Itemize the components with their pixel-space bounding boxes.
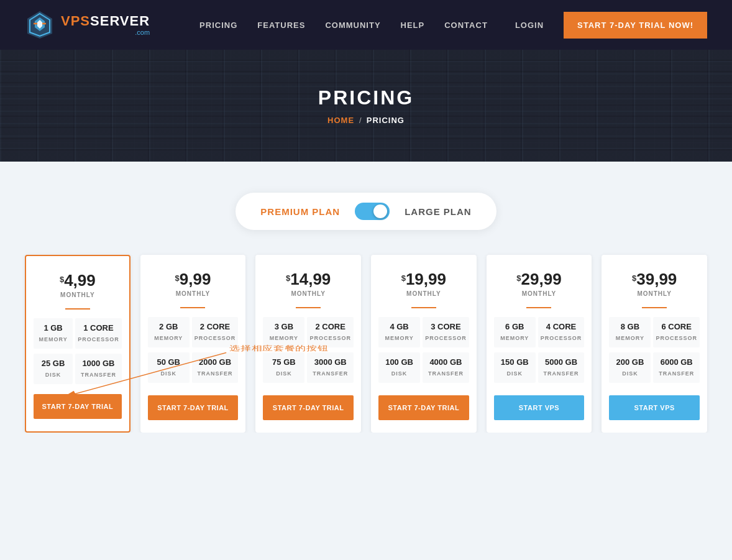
spec-item: 2000 GB TRANSFER xyxy=(192,352,239,383)
header-trial-button[interactable]: START 7-DAY TRIAL NOW! xyxy=(564,12,707,39)
spec-value: 4000 GB xyxy=(425,357,467,367)
nav-contact[interactable]: CONTACT xyxy=(444,21,488,30)
spec-item: 6 GB MEMORY xyxy=(494,317,536,347)
price-divider xyxy=(526,307,551,308)
spec-label: PROCESSOR xyxy=(309,335,351,341)
pricing-card-2: $14,99 MONTHLY 3 GB MEMORY 2 CORE PROCES… xyxy=(255,255,361,433)
breadcrumb-separator: / xyxy=(359,116,362,125)
spec-value: 6 GB xyxy=(496,322,533,331)
specs-grid: 4 GB MEMORY 3 CORE PROCESSOR 100 GB DISK… xyxy=(378,317,469,383)
spec-label: TRANSFER xyxy=(198,370,233,377)
plan-toggle-switch[interactable] xyxy=(355,203,390,220)
spec-item: 4 GB MEMORY xyxy=(378,317,420,347)
spec-item: 100 GB DISK xyxy=(378,352,420,383)
spec-label: MEMORY xyxy=(500,335,529,341)
start-trial-button-1[interactable]: START 7-DAY TRIAL xyxy=(148,395,239,420)
spec-label: TRANSFER xyxy=(544,370,579,377)
pricing-card-5: $39,99 MONTHLY 8 GB MEMORY 6 CORE PROCES… xyxy=(602,255,707,433)
spec-label: TRANSFER xyxy=(659,370,694,377)
spec-item: 4 CORE PROCESSOR xyxy=(538,317,585,347)
specs-grid: 1 GB MEMORY 1 CORE PROCESSOR 25 GB DISK … xyxy=(34,318,122,384)
spec-label: PROCESSOR xyxy=(78,336,119,342)
spec-value: 1000 GB xyxy=(78,359,119,368)
price-period: MONTHLY xyxy=(175,290,211,297)
spec-value: 8 GB xyxy=(611,322,648,331)
page-title: PRICING xyxy=(318,86,414,109)
price-divider xyxy=(411,307,436,308)
spec-label: DISK xyxy=(506,370,523,377)
pricing-card-0: $4,99 MONTHLY 1 GB MEMORY 1 CORE PROCESS… xyxy=(25,255,130,433)
spec-label: DISK xyxy=(160,370,176,377)
price-amount: 29,99 xyxy=(521,270,562,288)
price-amount: 39,99 xyxy=(636,270,677,288)
nav-features[interactable]: FEATURES xyxy=(257,21,305,30)
price-dollar: $ xyxy=(401,273,406,283)
logo-vps: VPS xyxy=(61,14,90,28)
price-container: $9,99 MONTHLY xyxy=(175,270,211,297)
spec-value: 2000 GB xyxy=(194,357,236,367)
price-dollar: $ xyxy=(175,273,180,283)
spec-label: PROCESSOR xyxy=(194,335,236,341)
login-link[interactable]: LOGIN xyxy=(515,21,544,30)
spec-value: 75 GB xyxy=(265,357,302,367)
price-container: $19,99 MONTHLY xyxy=(401,270,446,297)
spec-item: 1000 GB TRANSFER xyxy=(75,354,122,384)
start-trial-button-2[interactable]: START 7-DAY TRIAL xyxy=(263,395,354,420)
start-trial-button-0[interactable]: START 7-DAY TRIAL xyxy=(34,394,122,419)
plan-toggle-section: PREMIUM PLAN LARGE PLAN xyxy=(0,162,732,255)
main-nav: PRICING FEATURES COMMUNITY HELP CONTACT xyxy=(199,21,515,30)
spec-item: 3 GB MEMORY xyxy=(263,317,304,347)
price-container: $29,99 MONTHLY xyxy=(516,270,561,297)
spec-label: DISK xyxy=(45,372,62,378)
price-divider xyxy=(65,308,90,310)
logo[interactable]: VPS SERVER .com xyxy=(25,10,150,40)
spec-value: 1 CORE xyxy=(78,323,119,333)
price-period: MONTHLY xyxy=(60,291,96,298)
price-container: $4,99 MONTHLY xyxy=(60,271,96,298)
breadcrumb-home[interactable]: HOME xyxy=(327,116,354,125)
specs-grid: 2 GB MEMORY 2 CORE PROCESSOR 50 GB DISK … xyxy=(148,317,239,383)
spec-item: 2 CORE PROCESSOR xyxy=(192,317,239,347)
spec-value: 4 CORE xyxy=(541,322,582,331)
pricing-grid: $4,99 MONTHLY 1 GB MEMORY 1 CORE PROCESS… xyxy=(25,255,707,433)
price-amount: 4,99 xyxy=(64,271,96,290)
price-period: MONTHLY xyxy=(401,290,446,297)
price-amount: 14,99 xyxy=(290,270,331,288)
spec-value: 3 CORE xyxy=(425,322,467,331)
toggle-knob xyxy=(373,204,387,218)
start-trial-button-3[interactable]: START 7-DAY TRIAL xyxy=(378,395,469,420)
spec-item: 50 GB DISK xyxy=(148,352,190,383)
spec-value: 2 CORE xyxy=(309,322,351,331)
spec-value: 6 CORE xyxy=(656,322,697,331)
spec-label: PROCESSOR xyxy=(541,335,582,341)
spec-item: 3000 GB TRANSFER xyxy=(307,352,354,383)
spec-label: MEMORY xyxy=(616,335,644,341)
pricing-card-1: $9,99 MONTHLY 2 GB MEMORY 2 CORE PROCESS… xyxy=(140,255,246,433)
price-period: MONTHLY xyxy=(286,290,331,297)
spec-value: 100 GB xyxy=(381,357,418,367)
spec-label: MEMORY xyxy=(39,336,67,342)
breadcrumb: HOME / PRICING xyxy=(327,116,405,125)
spec-value: 2 GB xyxy=(150,322,187,331)
spec-item: 6000 GB TRANSFER xyxy=(653,352,700,383)
spec-value: 25 GB xyxy=(36,359,70,368)
price-period: MONTHLY xyxy=(632,290,677,297)
spec-value: 3 GB xyxy=(265,322,302,331)
spec-item: 200 GB DISK xyxy=(609,352,651,383)
spec-label: MEMORY xyxy=(270,335,298,341)
spec-value: 1 GB xyxy=(36,323,70,333)
nav-pricing[interactable]: PRICING xyxy=(199,21,237,30)
start-vps-button-5[interactable]: START VPS xyxy=(609,395,700,420)
price-divider xyxy=(180,307,205,308)
start-vps-button-4[interactable]: START VPS xyxy=(494,395,585,420)
plan-toggle-card: PREMIUM PLAN LARGE PLAN xyxy=(236,193,496,230)
spec-value: 2 CORE xyxy=(194,322,236,331)
nav-help[interactable]: HELP xyxy=(401,21,425,30)
spec-value: 50 GB xyxy=(150,357,187,367)
nav-community[interactable]: COMMUNITY xyxy=(325,21,380,30)
spec-item: 150 GB DISK xyxy=(494,352,536,383)
spec-value: 150 GB xyxy=(496,357,533,367)
plan-label-premium: PREMIUM PLAN xyxy=(260,206,340,217)
specs-grid: 8 GB MEMORY 6 CORE PROCESSOR 200 GB DISK… xyxy=(609,317,700,383)
spec-label: TRANSFER xyxy=(428,370,464,377)
